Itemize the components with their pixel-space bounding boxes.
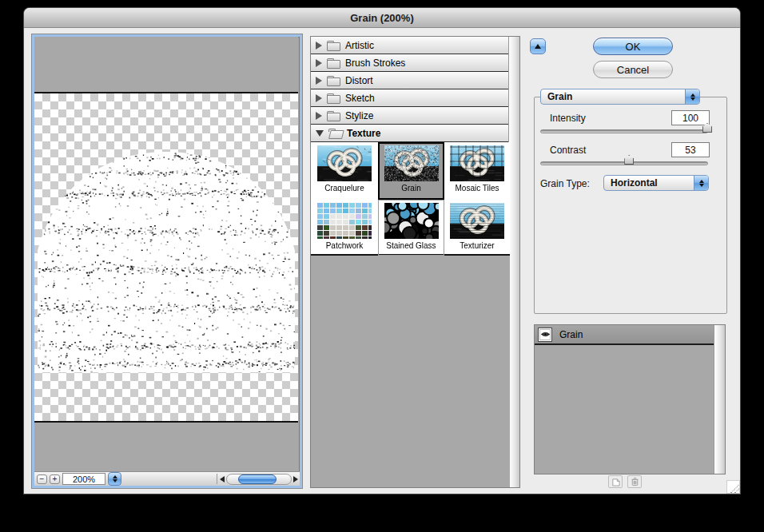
stained-glass-thumbnail[interactable] (384, 203, 439, 239)
mosaic-tiles-thumbnail[interactable] (450, 145, 504, 181)
thumb-label: Stained Glass (386, 241, 436, 250)
ok-button[interactable]: OK (593, 38, 673, 55)
thumb-grain[interactable]: Grain (378, 142, 444, 200)
folder-icon (327, 76, 340, 85)
collapse-panel-button[interactable] (530, 38, 546, 54)
disclosure-right-icon (316, 59, 322, 67)
filter-select-popup[interactable]: Grain (540, 89, 700, 105)
effect-layer-row[interactable]: Grain (535, 325, 714, 345)
category-label: Artistic (345, 40, 374, 51)
thumb-mosaic-tiles[interactable]: Mosaic Tiles (444, 142, 510, 200)
window-resize-grip[interactable] (726, 480, 740, 494)
delete-effect-layer-button[interactable] (627, 475, 642, 488)
effect-layers-panel: Grain (534, 324, 726, 474)
filter-list-empty-area (311, 256, 510, 487)
category-artistic[interactable]: Artistic (311, 37, 508, 54)
window-title: Grain (200%) (350, 12, 413, 24)
preview-panel: − + 200% (32, 34, 302, 488)
scroll-left-icon[interactable] (220, 476, 225, 482)
visibility-toggle[interactable] (538, 328, 552, 342)
grain-thumbnail[interactable] (384, 145, 439, 181)
popup-arrows-icon (685, 89, 699, 104)
layers-scrollbar[interactable] (714, 325, 725, 474)
filter-thumbnails: Craquelure Grain Mosaic Tiles Patchwork (311, 142, 510, 256)
disclosure-right-icon (316, 42, 322, 50)
dialog-content: − + 200% (24, 28, 740, 494)
disclosure-down-icon (316, 130, 324, 137)
layer-actions (608, 475, 642, 488)
effect-layers-list: Grain (535, 325, 714, 474)
effect-layers-empty (535, 345, 714, 474)
thumb-craquelure[interactable]: Craquelure (311, 142, 378, 200)
new-layer-icon (611, 478, 620, 486)
disclosure-right-icon (316, 77, 322, 85)
filter-gallery-dialog: Grain (200%) − + 200% (24, 8, 740, 494)
new-effect-layer-button[interactable] (608, 475, 623, 488)
category-label: Brush Strokes (345, 58, 405, 69)
category-label: Distort (345, 75, 373, 86)
category-brush-strokes[interactable]: Brush Strokes (311, 54, 508, 72)
grain-type-value: Horizontal (604, 177, 694, 189)
grip-line (738, 480, 740, 494)
preview-hscrollbar (217, 474, 298, 484)
filter-list-panel: Artistic Brush Strokes Distort Sketch (310, 36, 520, 488)
open-folder-icon (328, 129, 342, 138)
contrast-value-field[interactable]: 53 (671, 142, 710, 157)
preview-canvas[interactable] (34, 37, 298, 471)
preview-zoom-bar: − + 200% (34, 471, 300, 486)
contrast-label: Contrast (550, 145, 586, 156)
thumb-stained-glass[interactable]: Stained Glass (378, 200, 444, 256)
trash-icon (631, 477, 639, 486)
hscroll-thumb[interactable] (238, 474, 277, 484)
patchwork-thumbnail[interactable] (317, 203, 372, 239)
zoom-level-field[interactable]: 200% (62, 473, 105, 485)
contrast-slider[interactable] (540, 161, 708, 165)
grain-type-popup[interactable]: Horizontal (603, 175, 709, 191)
eye-icon (540, 331, 551, 338)
category-texture[interactable]: Texture (311, 125, 508, 142)
folder-icon (327, 41, 340, 50)
category-sketch[interactable]: Sketch (311, 89, 508, 107)
hscroll-track[interactable] (226, 474, 292, 485)
category-label: Sketch (345, 93, 375, 104)
collapse-up-icon (535, 44, 541, 49)
grain-type-label: Grain Type: (540, 178, 590, 189)
intensity-slider[interactable] (540, 129, 708, 133)
zoom-stepper[interactable] (108, 472, 121, 486)
filter-list-scrollbar[interactable] (508, 37, 519, 487)
thumb-label: Craquelure (324, 184, 364, 193)
scroll-right-icon[interactable] (293, 476, 298, 482)
category-stylize[interactable]: Stylize (311, 107, 508, 125)
popup-down-icon (690, 97, 695, 101)
intensity-value-field[interactable]: 100 (671, 110, 710, 125)
craquelure-thumbnail[interactable] (317, 145, 372, 181)
effect-layer-name: Grain (559, 329, 583, 340)
stepper-up-icon (113, 475, 117, 478)
texturizer-thumbnail[interactable] (450, 203, 504, 239)
folder-icon (327, 58, 340, 68)
cancel-button[interactable]: Cancel (593, 61, 673, 78)
thumb-label: Patchwork (326, 241, 364, 250)
thumb-label: Grain (401, 184, 420, 193)
thumb-label: Mosaic Tiles (455, 184, 499, 193)
category-label: Stylize (345, 110, 373, 121)
thumb-label: Texturizer (460, 241, 494, 250)
category-label: Texture (347, 128, 380, 139)
folder-icon (327, 111, 340, 121)
title-bar[interactable]: Grain (200%) (24, 8, 740, 28)
popup-up-icon (699, 180, 704, 183)
thumb-texturizer[interactable]: Texturizer (444, 200, 510, 256)
intensity-label: Intensity (550, 113, 586, 124)
category-distort[interactable]: Distort (311, 72, 508, 89)
zoom-in-button[interactable]: + (50, 474, 60, 484)
preview-image[interactable] (34, 37, 300, 471)
disclosure-right-icon (316, 94, 322, 102)
disclosure-right-icon (316, 112, 322, 120)
filter-list: Artistic Brush Strokes Distort Sketch (311, 37, 508, 487)
popup-down-icon (699, 184, 704, 187)
popup-up-icon (690, 93, 695, 97)
thumb-patchwork[interactable]: Patchwork (311, 200, 378, 256)
filter-select-value: Grain (541, 91, 685, 102)
zoom-out-button[interactable]: − (37, 474, 47, 484)
popup-arrows-icon (694, 176, 708, 190)
